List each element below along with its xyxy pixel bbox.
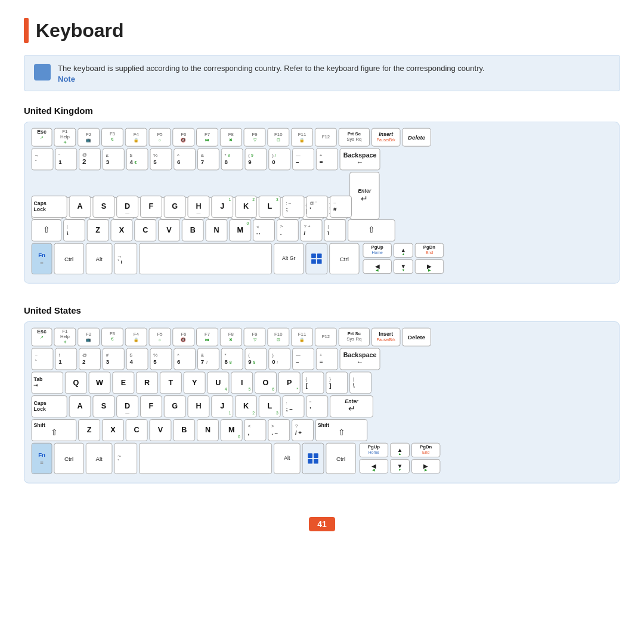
uk-key-pgup[interactable]: PgUp Home: [363, 243, 392, 257]
us-key-f11[interactable]: F11 🔒: [291, 327, 313, 346]
uk-key-ctrl-r[interactable]: Ctrl: [329, 243, 359, 274]
uk-key-f9[interactable]: F9 ▽: [244, 128, 266, 146]
us-key-l[interactable]: L 3: [259, 395, 281, 417]
us-key-f9[interactable]: F9 ▽: [244, 327, 266, 346]
us-key-e[interactable]: E: [112, 371, 134, 394]
us-key-minus[interactable]: — –: [292, 348, 314, 370]
us-key-1[interactable]: ! 1: [55, 348, 77, 370]
uk-key-2[interactable]: @ 2: [79, 148, 101, 170]
us-key-pgup[interactable]: PgUp Home: [360, 442, 389, 457]
uk-key-f4[interactable]: F4 🔒: [125, 128, 147, 146]
uk-key-j[interactable]: J 1: [211, 196, 233, 218]
us-key-prtsc[interactable]: Prt Sc Sys Rq: [339, 327, 370, 346]
uk-key-l[interactable]: L 3: [259, 196, 281, 218]
uk-key-3[interactable]: £ 3: [103, 148, 125, 170]
us-key-f2[interactable]: F2 📺: [78, 327, 100, 346]
us-key-tilde[interactable]: ~ `: [114, 442, 137, 473]
us-key-win[interactable]: [302, 442, 324, 473]
us-key-down[interactable]: ▼ ▼: [390, 459, 410, 473]
us-key-up[interactable]: ▲ ▲: [390, 442, 410, 457]
us-key-8[interactable]: * 8 8: [221, 348, 243, 370]
us-key-j[interactable]: J 1: [211, 395, 233, 417]
uk-key-minus[interactable]: — –: [292, 148, 314, 170]
uk-key-d[interactable]: D —: [116, 196, 138, 218]
us-key-3[interactable]: # 3: [103, 348, 125, 370]
us-key-equals[interactable]: + =: [316, 348, 338, 370]
uk-key-fn[interactable]: Fn ≡: [32, 243, 52, 274]
us-key-6[interactable]: ^ 6: [174, 348, 196, 370]
us-key-fn[interactable]: Fn ≡: [32, 442, 52, 473]
uk-key-n[interactable]: N: [206, 219, 228, 241]
uk-key-f6[interactable]: F6 🔇: [172, 128, 194, 146]
uk-key-backslash[interactable]: | \: [63, 219, 85, 241]
uk-key-5[interactable]: % 5: [150, 148, 172, 170]
uk-key-a[interactable]: A: [69, 196, 91, 218]
uk-key-altgr[interactable]: Alt Gr: [274, 243, 304, 274]
us-key-z[interactable]: Z: [78, 419, 100, 441]
us-key-alt-r[interactable]: Alt: [274, 442, 301, 473]
us-key-f3[interactable]: F3 €: [101, 327, 123, 346]
uk-key-win[interactable]: [305, 243, 327, 274]
us-key-ctrl-r[interactable]: Ctrl: [326, 442, 355, 473]
uk-key-delete[interactable]: Delete: [402, 128, 431, 146]
us-key-2[interactable]: @ 2: [79, 348, 101, 370]
uk-key-pgdn[interactable]: PgDn End: [415, 243, 444, 257]
uk-key-quote[interactable]: @ ' ': [306, 196, 328, 218]
uk-key-hash[interactable]: ~ #: [330, 196, 352, 218]
us-key-h[interactable]: H: [188, 395, 210, 417]
us-key-0[interactable]: ) 0 /: [268, 348, 290, 370]
us-key-r[interactable]: R: [136, 371, 158, 394]
us-key-i[interactable]: I 5: [231, 371, 253, 394]
uk-key-f7[interactable]: F7 ⏮: [196, 128, 218, 146]
uk-key-f3[interactable]: F3 €: [101, 128, 123, 146]
us-key-q[interactable]: Q: [65, 371, 87, 394]
uk-key-f[interactable]: F: [140, 196, 162, 218]
uk-key-7[interactable]: & 7: [197, 148, 219, 170]
us-key-pgdn[interactable]: PgDn End: [411, 442, 441, 457]
us-key-d[interactable]: D —: [116, 395, 138, 417]
uk-key-period[interactable]: > .: [277, 219, 299, 241]
uk-key-f2[interactable]: F2 📺: [78, 128, 100, 146]
uk-key-f1[interactable]: F1 Help ☀: [54, 128, 76, 146]
us-key-f10[interactable]: F10 ⊡: [267, 327, 289, 346]
us-key-backslash[interactable]: | \: [349, 371, 371, 394]
uk-key-comma[interactable]: < , ‚: [253, 219, 275, 241]
us-key-x[interactable]: X: [102, 419, 124, 441]
uk-key-backspace[interactable]: Backspace ←: [340, 148, 380, 170]
us-key-k[interactable]: K 2: [235, 395, 257, 417]
uk-key-x[interactable]: X: [111, 219, 133, 241]
uk-key-backslash2[interactable]: | \: [324, 219, 346, 241]
uk-key-g[interactable]: G: [164, 196, 186, 218]
us-key-s[interactable]: S: [92, 395, 114, 417]
uk-key-1[interactable]: " 1: [55, 148, 77, 170]
uk-key-f12[interactable]: F12: [315, 128, 337, 146]
us-key-u[interactable]: U 4: [207, 371, 229, 394]
us-key-9[interactable]: ( 9 9: [245, 348, 267, 370]
us-key-c[interactable]: C: [126, 419, 148, 441]
uk-key-9[interactable]: ( 9 9: [245, 148, 267, 170]
us-key-f12[interactable]: F12: [315, 327, 337, 346]
us-key-right[interactable]: ▶ ▶: [411, 459, 441, 473]
us-key-quote[interactable]: " ': [306, 395, 328, 417]
uk-key-space[interactable]: [139, 243, 272, 274]
us-key-v[interactable]: V: [149, 419, 171, 441]
us-key-o[interactable]: O 6: [255, 371, 277, 394]
us-key-period[interactable]: > . –: [268, 419, 290, 441]
uk-key-esc[interactable]: Esc ↗: [32, 128, 52, 146]
us-key-f4[interactable]: F4 🔒: [125, 327, 147, 346]
us-key-f[interactable]: F: [140, 395, 162, 417]
uk-key-right[interactable]: ▶ ▶: [415, 259, 444, 273]
uk-key-alt-l[interactable]: Alt: [86, 243, 113, 274]
us-key-f8[interactable]: F8 ✖: [220, 327, 242, 346]
uk-key-shift-r[interactable]: ⇧: [348, 219, 395, 241]
uk-key-semicolon[interactable]: : – ;: [283, 196, 305, 218]
uk-key-b[interactable]: B: [182, 219, 204, 241]
us-key-alt-l[interactable]: Alt: [86, 442, 113, 473]
uk-key-4[interactable]: $ 4 €: [126, 148, 148, 170]
uk-key-c[interactable]: C: [134, 219, 156, 241]
uk-key-f8[interactable]: F8 ✖: [220, 128, 242, 146]
us-key-m[interactable]: M 0: [221, 419, 243, 441]
uk-key-up[interactable]: ▲ ▲: [394, 243, 413, 257]
us-key-ctrl-l[interactable]: Ctrl: [54, 442, 83, 473]
us-key-backtick[interactable]: ~ `: [32, 348, 54, 370]
